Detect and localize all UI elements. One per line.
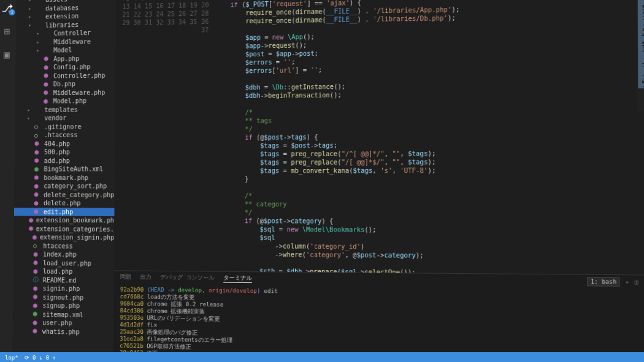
- bottom-panel: 問題出力デバッグ コンソールターミナル 1: bash + ◫ 🗑 ^ ✕ 92…: [113, 270, 644, 362]
- file-explorer[interactable]: ▸assets▸databases▸extension▾libraries▸Co…: [12, 0, 116, 362]
- debug-icon[interactable]: ▣: [4, 48, 10, 60]
- status-branch[interactable]: lop*: [5, 355, 18, 361]
- tree-item-Model-php[interactable]: ⬢Model.php: [15, 97, 115, 106]
- tree-item-extension_signin-php[interactable]: ⬢extension_signin.php: [14, 233, 115, 242]
- tree-item-load-php[interactable]: ⬢load.php: [13, 267, 114, 276]
- tree-item-whatis-php[interactable]: ⬢whatis.php: [13, 326, 113, 336]
- terminal-output[interactable]: 92a2b90 (HEAD -> develop, origin/develop…: [113, 284, 644, 362]
- terminal-selector[interactable]: 1: bash: [587, 277, 619, 287]
- tree-item-category_sort-php[interactable]: ⬢category_sort.php: [14, 182, 115, 190]
- tree-item-Middleware-php[interactable]: ⬢Middleware.php: [15, 88, 115, 97]
- tree-item-edit-php[interactable]: ⬢edit.php: [14, 208, 115, 216]
- panel-tab-3[interactable]: ターミナル: [224, 274, 253, 283]
- split-terminal-icon[interactable]: ◫: [634, 279, 638, 285]
- tree-item-vendor[interactable]: ▸vendor: [15, 113, 115, 123]
- code-content[interactable]: if (isset($_SERVER['HTTP_X_REQUESTED_WIT…: [213, 0, 644, 275]
- tree-item-BingSiteAuth-xml[interactable]: ⬢BingSiteAuth.xml: [15, 165, 115, 173]
- status-sync[interactable]: ⟳ 0 ↓ 0 ↑: [25, 355, 56, 361]
- tree-item-Db-php[interactable]: ⬢Db.php: [15, 80, 115, 89]
- panel-tab-1[interactable]: 出力: [140, 273, 151, 282]
- tree-item-load_user-php[interactable]: ⬢load_user.php: [13, 258, 114, 268]
- tree-item-404-php[interactable]: ⬢404.php: [15, 139, 115, 148]
- tree-item-delete_category-php[interactable]: ⬢delete_category.php: [14, 190, 115, 199]
- scm-badge: 1: [9, 9, 15, 15]
- code-pane[interactable]: 3 4 5 6 7 8 9 10 11 12 13 14 15 16 17 18…: [114, 0, 644, 275]
- new-terminal-icon[interactable]: +: [626, 279, 629, 285]
- tree-item-add-php[interactable]: ⬢add.php: [15, 156, 115, 165]
- line-gutter: 3 4 5 6 7 8 9 10 11 12 13 14 15 16 17 18…: [114, 0, 215, 271]
- tree-item-extension_bookmark-php[interactable]: ⬢extension_bookmark.php: [14, 216, 115, 225]
- tree-item-delete-php[interactable]: ⬢delete.php: [14, 199, 115, 208]
- tree-item-extension_categories-php[interactable]: ⬢extension_categories.php: [14, 224, 115, 233]
- tree-item-Controller-php[interactable]: ⬢Controller.php: [15, 71, 115, 80]
- panel-tab-0[interactable]: 問題: [120, 273, 131, 282]
- source-control-icon[interactable]: ⎇1: [2, 2, 13, 15]
- tree-item-500-php[interactable]: ⬢500.php: [15, 148, 115, 156]
- panel-tab-2[interactable]: デバッグ コンソール: [160, 273, 215, 282]
- minimap[interactable]: [636, 0, 644, 111]
- status-bar: lop* ⟳ 0 ↓ 0 ↑: [0, 352, 644, 362]
- extensions-icon[interactable]: ⊞: [4, 26, 10, 37]
- editor-area: ◫ 3 4 5 6 7 8 9 10 11 12 13 14 15 16 17 …: [113, 0, 644, 362]
- tree-item--htaccess[interactable]: ○.htaccess: [15, 130, 115, 140]
- tree-item-templates[interactable]: ▸templates: [15, 105, 115, 114]
- tree-item--gitignore[interactable]: ○.gitignore: [15, 122, 115, 131]
- tree-item-bookmark-php[interactable]: ⬢bookmark.php: [15, 173, 115, 182]
- tree-item-index-php[interactable]: ⬢index.php: [13, 250, 114, 259]
- tree-item-htaccess[interactable]: ○htaccess: [13, 241, 114, 251]
